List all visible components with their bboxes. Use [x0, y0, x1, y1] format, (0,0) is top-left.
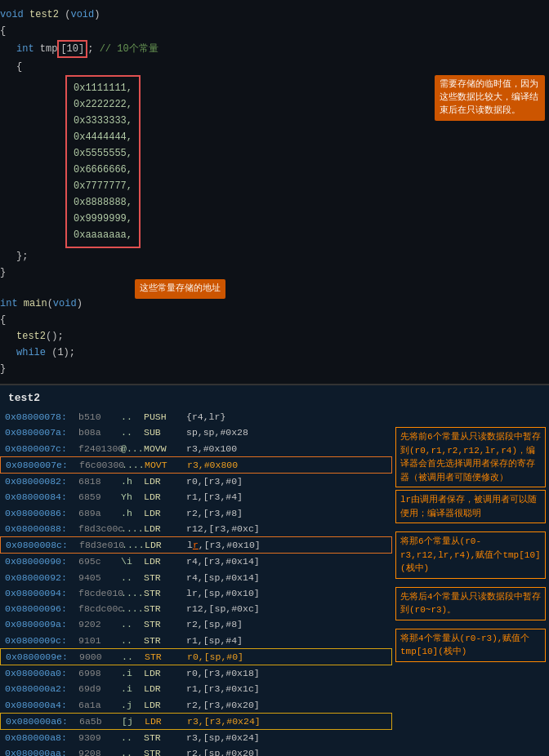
- code-line: {: [0, 59, 549, 75]
- code-line: 0x1111111,: [74, 80, 132, 96]
- code-line: 0x8888888,: [74, 194, 132, 211]
- code-line: int main ( void ): [0, 296, 549, 312]
- asm-row-ldr-r3: 0x080000a6: 6a5b [j LDR r3,[r3,#0x24]: [0, 713, 392, 730]
- code-line: {: [0, 312, 549, 328]
- annotation-col: 先将前6个常量从只读数据段中暂存到(r0,r1,r2,r12,lr,r4)，编译…: [392, 409, 549, 664]
- code-line: 0x7777777,: [74, 178, 132, 194]
- asm-left-col: 0x08000078: b510 .. PUSH {r4,lr} 0x08000…: [0, 409, 392, 756]
- code-line: };: [0, 248, 549, 265]
- array-values: 0x1111111, 0x2222222, 0x3333333, 0x44444…: [0, 75, 549, 248]
- asm-row-movt: 0x0800007e: f6c00300 .... MOVT r3,#0x800: [0, 456, 392, 474]
- code-line: int tmp [10] ; // 10个常量: [0, 39, 549, 59]
- asm-row: 0x08000096: f8cdc00c .... STR r12,[sp,#0…: [0, 601, 392, 616]
- annotation-lr: lr由调用者保存，被调用者可以随便用；编译器很聪明: [395, 490, 546, 523]
- asm-layout: 0x08000078: b510 .. PUSH {r4,lr} 0x08000…: [0, 409, 549, 756]
- asm-row: 0x08000086: 689a .h LDR r2,[r3,#8]: [0, 505, 392, 521]
- asm-row: 0x08000078: b510 .. PUSH {r4,lr}: [0, 409, 392, 425]
- asm-row: 0x0800009a: 9202 .. STR r2,[sp,#8]: [0, 616, 392, 632]
- code-line: 0x5555555,: [74, 145, 132, 162]
- code-line: 0x6666666,: [74, 162, 132, 178]
- code-line: {: [0, 23, 549, 39]
- annotation-str-6: 将那6个常量从(r0-r3,r12,lr,r4),赋值个tmp[10](栈中): [395, 531, 546, 579]
- code-line: }: [0, 361, 549, 377]
- asm-row: 0x080000a0: 6998 .i LDR r0,[r3,#0x18]: [0, 665, 392, 681]
- asm-row: 0x0800009c: 9101 .. STR r1,[sp,#4]: [0, 633, 392, 648]
- annotation-ldr-4: 先将后4个常量从只读数据段中暂存到(r0~r3)。: [395, 587, 546, 620]
- annotation-str-4: 将那4个常量从(r0-r3),赋值个tmp[10](栈中): [395, 629, 546, 662]
- asm-row: 0x08000092: 9405 .. STR r4,[sp,#0x14]: [0, 570, 392, 585]
- function-label: test2: [0, 389, 549, 409]
- annotation-store-temp: 需要存储的临时值，因为这些数据比较大，编译结束后在只读数据段。: [435, 75, 545, 121]
- code-line: }: [0, 265, 549, 281]
- code-line: 0x2222222,: [74, 96, 132, 113]
- asm-row: 0x080000a2: 69d9 .i LDR r1,[r3,#0x1c]: [0, 681, 392, 696]
- annotation-first-6: 先将前6个常量从只读数据段中暂存到(r0,r1,r2,r12,lr,r4)，编译…: [395, 427, 546, 487]
- top-code-panel: void test2 ( void ) { int tmp [10] ; // …: [0, 0, 549, 385]
- asm-row-str-r0: 0x0800009e: 9000 .. STR r0,[sp,#0]: [0, 648, 392, 665]
- asm-row-ldr-lr: 0x0800008c: f8d3e010 .... LDR lr,[r3,#0x…: [0, 536, 392, 554]
- asm-row: 0x08000094: f8cde010 .... STR lr,[sp,#0x…: [0, 585, 392, 601]
- asm-row: 0x0800007a: b08a .. SUB sp,sp,#0x28: [0, 425, 392, 440]
- asm-row: 0x08000082: 6818 .h LDR r0,[r3,#0]: [0, 474, 392, 489]
- asm-row: 0x08000088: f8d3c00c .... LDR r12,[r3,#0…: [0, 521, 392, 536]
- code-line: 0xaaaaaaa,: [74, 227, 132, 243]
- code-line: 0x9999999,: [74, 211, 132, 227]
- code-line: 0x3333333,: [74, 113, 132, 129]
- asm-row: 0x08000084: 6859 Yh LDR r1,[r3,#4]: [0, 489, 392, 505]
- asm-row: 0x080000a8: 9309 .. STR r3,[sp,#0x24]: [0, 730, 392, 745]
- code-line: test2 ();: [0, 328, 549, 345]
- asm-row: 0x0800007c: f2401300 @... MOVW r3,#0x100: [0, 441, 392, 456]
- asm-row: 0x080000a4: 6a1a .j LDR r2,[r3,#0x20]: [0, 697, 392, 713]
- assembly-panel: test2 0x08000078: b510 .. PUSH {r4,lr} 0…: [0, 385, 549, 756]
- asm-row: 0x080000aa: 9208 .. STR r2,[sp,#0x20]: [0, 745, 392, 756]
- code-line: while (1);: [0, 345, 549, 361]
- annotation-const-addr: 这些常量存储的地址: [135, 279, 225, 299]
- asm-row: 0x08000090: 695c \i LDR r4,[r3,#0x14]: [0, 554, 392, 569]
- code-line: void test2 ( void ): [0, 7, 549, 23]
- code-line: 0x4444444,: [74, 129, 132, 145]
